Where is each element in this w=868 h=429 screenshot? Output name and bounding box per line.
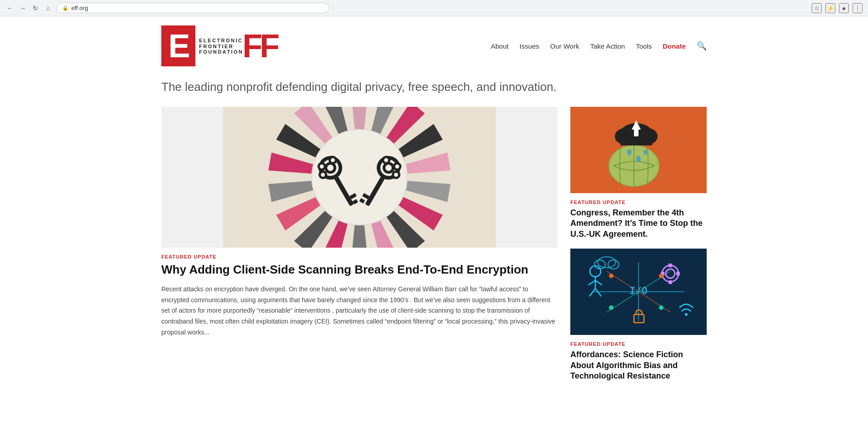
home-button[interactable]: ⌂ — [44, 4, 53, 13]
nav-issues[interactable]: Issues — [519, 42, 539, 50]
logo-line1: ELECTRONIC — [199, 38, 244, 44]
congress-article-title[interactable]: Congress, Remember the 4th Amendment? It… — [570, 208, 707, 239]
svg-point-31 — [382, 156, 390, 165]
svg-point-73 — [685, 313, 688, 316]
search-button[interactable]: 🔍 — [697, 41, 707, 51]
featured-image-svg — [161, 107, 558, 248]
svg-text:I/O: I/O — [629, 285, 648, 296]
svg-rect-44 — [620, 136, 652, 145]
nav-our-work[interactable]: Our Work — [550, 42, 579, 50]
star-icon[interactable]: ☆ — [812, 3, 822, 13]
eff-logo: E ELECTRONIC FRONTIER FOUNDATION FF — [161, 25, 277, 66]
svg-point-22 — [317, 162, 326, 171]
svg-rect-58 — [676, 272, 680, 275]
featured-main-excerpt: Recent attacks on encryption have diverg… — [161, 284, 558, 338]
reload-button[interactable]: ↻ — [31, 4, 40, 13]
congress-image-svg — [570, 107, 707, 193]
logo-text: ELECTRONIC FRONTIER FOUNDATION — [195, 37, 244, 55]
nav-tools[interactable]: Tools — [636, 42, 652, 50]
congress-article-tag: FEATURED UPDATE — [570, 200, 707, 205]
featured-main-title[interactable]: Why Adding Client-Side Scanning Breaks E… — [161, 262, 558, 278]
nav-about[interactable]: About — [491, 42, 509, 50]
featured-main-tag: FEATURED UPDATE — [161, 254, 558, 259]
svg-rect-55 — [668, 264, 672, 267]
featured-main-article: FEATURED UPDATE Why Adding Client-Side S… — [161, 107, 558, 390]
logo-e: E — [161, 25, 195, 66]
svg-rect-56 — [668, 280, 672, 284]
extensions-icon[interactable]: ⚡ — [825, 3, 835, 13]
side-article-congress: FEATURED UPDATE Congress, Remember the 4… — [570, 107, 707, 239]
logo-area[interactable]: E ELECTRONIC FRONTIER FOUNDATION FF — [161, 25, 277, 66]
menu-icon[interactable]: ⋮ — [853, 3, 863, 13]
logo-line2: FRONTIER — [199, 44, 244, 50]
svg-point-69 — [659, 274, 663, 278]
featured-main-image[interactable] — [161, 107, 558, 248]
svg-point-38 — [627, 149, 632, 155]
url-text: eff.org — [71, 5, 88, 11]
svg-point-24 — [319, 170, 327, 179]
tagline: The leading nonprofit defending digital … — [161, 71, 707, 105]
page-content: E ELECTRONIC FRONTIER FOUNDATION FF Abou… — [0, 16, 868, 390]
svg-point-68 — [609, 274, 614, 278]
svg-point-39 — [636, 156, 641, 162]
right-column: FEATURED UPDATE Congress, Remember the 4… — [570, 107, 707, 390]
page-wrapper: { "browser": { "url": "eff.org", "back_t… — [0, 0, 868, 390]
svg-point-66 — [609, 305, 614, 310]
algorithmic-image-svg: I/O — [570, 249, 707, 335]
svg-point-30 — [393, 162, 401, 171]
lock-icon: 🔒 — [62, 5, 69, 11]
svg-rect-46 — [634, 130, 639, 136]
svg-point-32 — [392, 170, 400, 179]
nav-take-action[interactable]: Take Action — [590, 42, 625, 50]
svg-point-67 — [659, 305, 663, 310]
logo-line3: FOUNDATION — [199, 49, 244, 55]
site-nav: About Issues Our Work Take Action Tools … — [491, 41, 707, 51]
address-bar[interactable]: 🔒 eff.org — [56, 3, 329, 13]
svg-point-23 — [329, 156, 337, 165]
main-grid: FEATURED UPDATE Why Adding Client-Side S… — [161, 105, 707, 390]
svg-point-40 — [644, 150, 647, 155]
congress-article-image[interactable] — [570, 107, 707, 193]
profile-icon[interactable]: ● — [839, 3, 849, 13]
logo-ff: FF — [243, 30, 277, 62]
forward-button[interactable]: → — [18, 4, 27, 13]
side-article-algorithmic: I/O — [570, 249, 707, 381]
nav-donate[interactable]: Donate — [663, 42, 686, 50]
algorithmic-article-tag: FEATURED UPDATE — [570, 341, 707, 347]
browser-chrome: ← → ↻ ⌂ 🔒 eff.org ☆ ⚡ ● ⋮ — [0, 0, 868, 16]
browser-right-icons: ☆ ⚡ ● ⋮ — [812, 3, 863, 13]
algorithmic-article-title[interactable]: Affordances: Science Fiction About Algor… — [570, 349, 707, 381]
back-button[interactable]: ← — [5, 4, 15, 13]
algorithmic-article-image[interactable]: I/O — [570, 249, 707, 335]
site-header: E ELECTRONIC FRONTIER FOUNDATION FF Abou… — [161, 16, 707, 71]
